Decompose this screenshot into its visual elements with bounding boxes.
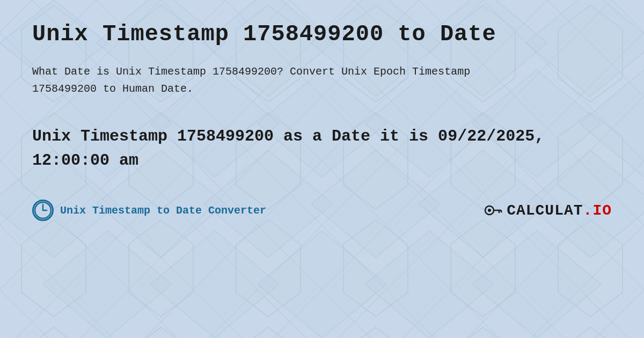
page-title: Unix Timestamp 1758499200 to Date [32,21,612,47]
footer-link[interactable]: Unix Timestamp to Date Converter [32,200,266,221]
calculatio-logo[interactable]: CALCULAT.IO [483,201,612,220]
svg-point-33 [488,209,491,212]
conversion-result: Unix Timestamp 1758499200 as a Date it i… [32,124,569,173]
logo-text: CALCULAT.IO [507,202,612,219]
clock-icon [32,200,54,221]
footer-link-text: Unix Timestamp to Date Converter [60,204,266,217]
page-footer: Unix Timestamp to Date Converter CALCULA… [32,200,612,221]
logo-icon [483,201,502,220]
page-description: What Date is Unix Timestamp 1758499200? … [32,63,515,98]
svg-point-29 [35,202,51,218]
